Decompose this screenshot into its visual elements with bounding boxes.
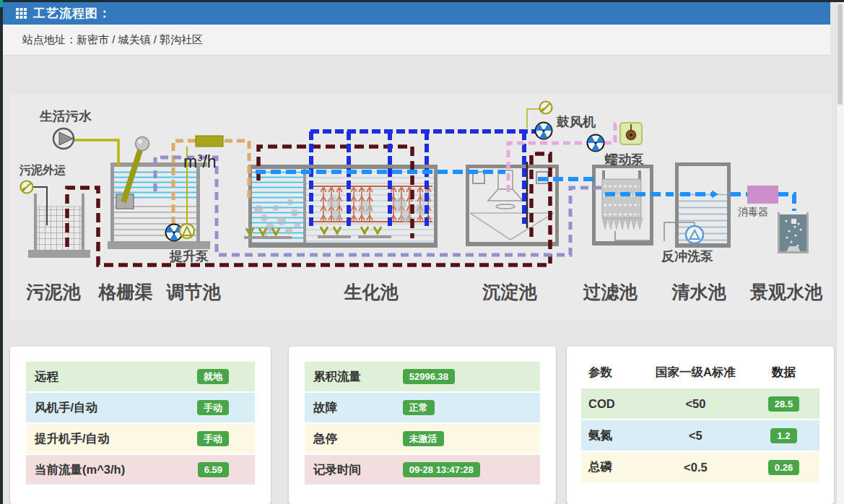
status-row: 记录时间 09-28 13:47:28 [305, 455, 540, 486]
status-row: 累积流量 52996.38 [305, 362, 540, 393]
tank-label-sedimentation: 沉淀池 [482, 282, 538, 302]
label-backwash-pump: 反冲洗泵 [661, 249, 713, 264]
table-row: 氨氮 <5 1.2 [581, 420, 819, 452]
table-row: 总磷 <0.5 0.26 [581, 452, 819, 484]
row-label: 故障 [313, 400, 403, 416]
tank-label-clear-water: 清水池 [671, 282, 727, 302]
grid-icon [16, 8, 27, 19]
disinfector-box [747, 186, 778, 204]
status-badge: 6.59 [198, 462, 229, 477]
value-badge: 1.2 [770, 428, 796, 443]
status-row: 提升机手/自动 手动 [26, 424, 255, 455]
tank-sedimentation [466, 162, 559, 246]
tank-label-filter: 过滤池 [583, 282, 638, 302]
top-border-strip [0, 0, 844, 2]
tank-landscape-pool [778, 212, 809, 253]
peristaltic-pump-fan-icon [586, 135, 604, 154]
status-badge: 未激活 [403, 431, 444, 446]
status-row: 远程 就地 [26, 362, 255, 393]
tank-sludge-pool [28, 187, 90, 258]
label-peristaltic-pump: 蠕动泵 [604, 152, 644, 167]
status-badge: 09-28 13:47:28 [403, 462, 480, 477]
label-lift-pump: 提升泵 [169, 249, 209, 264]
value-badge: 28.5 [768, 396, 799, 412]
tank-filter [592, 165, 653, 246]
label-sludge-out: 污泥外运 [19, 164, 66, 176]
row-label: 风机手/自动 [35, 400, 197, 416]
param-name: 氨氮 [581, 427, 643, 443]
table-header: 参数 国家一级A标准 数据 [581, 357, 819, 388]
tank-biochemical [244, 165, 438, 248]
control-status-panel: 远程 就地 风机手/自动 手动 提升机手/自动 手动 当前流量(m^3/h) 6… [10, 347, 271, 504]
tank-label-regulation: 调节池 [166, 282, 222, 302]
label-inflow: 生活污水 [39, 109, 92, 123]
status-badge: 手动 [197, 431, 229, 446]
param-standard: <5 [643, 429, 748, 443]
water-quality-panel: 参数 国家一级A标准 数据 COD <50 28.5 氨氮 <5 1.2 总磷 … [567, 347, 834, 504]
value-badge: 0.26 [768, 460, 799, 475]
page-title: 工艺流程图： [33, 5, 111, 22]
param-standard: <0.5 [643, 461, 748, 474]
process-flow-diagram: 生活污水 污泥外运 提升泵 鼓风机 蠕动泵 反冲洗泵 消毒器 m3/h 污泥池 … [10, 94, 832, 320]
row-label: 远程 [35, 369, 197, 385]
tank-label-landscape-pool: 景观水池 [749, 282, 823, 302]
col-header-data: 数据 [748, 365, 819, 381]
page-header: 工艺流程图： [3, 2, 830, 25]
row-label: 记录时间 [313, 462, 403, 478]
status-badge: 就地 [197, 369, 229, 384]
table-row: COD <50 28.5 [581, 388, 819, 420]
tank-label-grid-channel: 格栅渠 [98, 282, 153, 302]
flow-meter [196, 136, 223, 147]
status-badge: 正常 [403, 400, 435, 415]
col-header-param: 参数 [581, 365, 643, 381]
col-header-standard: 国家一级A标准 [643, 365, 748, 381]
blower-fan-icon [534, 123, 552, 142]
breadcrumb: 站点地址：新密市 / 城关镇 / 郭沟社区 [3, 25, 830, 56]
label-blower: 鼓风机 [556, 115, 596, 129]
site-address: 站点地址：新密市 / 城关镇 / 郭沟社区 [22, 33, 203, 47]
sidebar-accent [0, 0, 3, 7]
row-label: 提升机手/自动 [35, 431, 197, 447]
tank-label-biochemical: 生化池 [344, 282, 399, 302]
row-label: 急停 [313, 431, 403, 447]
inflow-pipe [74, 140, 118, 166]
peristaltic-pump-device [620, 123, 642, 144]
sidebar-collapsed-strip [0, 0, 3, 504]
lift-pump-valve-icon [180, 224, 194, 238]
blower-valve-icon [540, 102, 552, 114]
runtime-status-panel: 累积流量 52996.38 故障 正常 急停 未激活 记录时间 09-28 13… [289, 347, 556, 504]
status-badge: 52996.38 [403, 369, 455, 384]
scrollbar-thumb[interactable] [838, 4, 843, 105]
status-row: 当前流量(m^3/h) 6.59 [26, 455, 255, 486]
backwash-pump-icon [686, 226, 703, 243]
filter-media-teeth [602, 218, 643, 230]
param-name: 总磷 [581, 459, 643, 475]
status-row: 风机手/自动 手动 [26, 393, 255, 424]
status-row: 故障 正常 [305, 393, 540, 424]
status-row: 急停 未激活 [305, 424, 540, 455]
label-disinfector: 消毒器 [738, 206, 768, 217]
sludge-out-valve-icon [21, 181, 33, 194]
tank-label-sludge-pool: 污泥池 [26, 282, 82, 302]
inflow-pump-icon [53, 129, 74, 149]
param-standard: <50 [643, 397, 748, 411]
row-label: 当前流量(m^3/h) [35, 462, 198, 478]
vertical-scrollbar[interactable] [836, 2, 844, 504]
status-badge: 手动 [197, 400, 229, 415]
row-label: 累积流量 [313, 369, 403, 385]
param-name: COD [581, 397, 643, 411]
